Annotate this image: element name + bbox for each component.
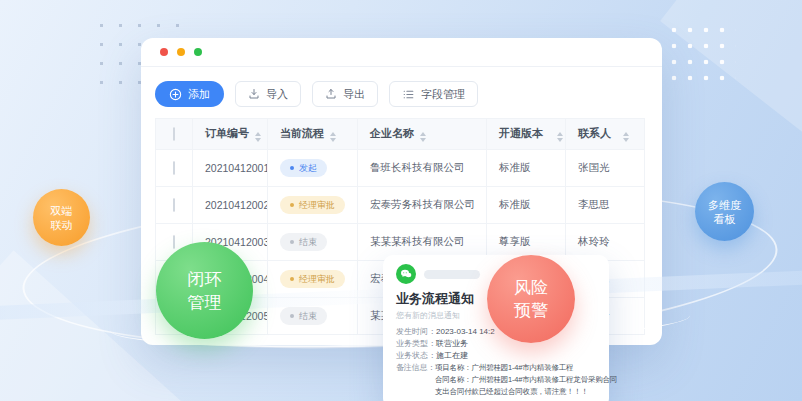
contact-cell: 张国光 — [566, 150, 645, 187]
column-header-company[interactable]: 企业名称 — [358, 119, 487, 150]
row-select-cell — [156, 187, 193, 224]
version-cell: 标准版 — [487, 150, 566, 187]
process-cell: 发起 — [268, 150, 358, 187]
status-dot-icon — [290, 166, 294, 170]
field-management-button[interactable]: 字段管理 — [389, 81, 478, 107]
status-badge: 经理审批 — [280, 196, 345, 214]
version-cell: 标准版 — [487, 187, 566, 224]
feature-badge-closed-loop: 闭环管理 — [156, 242, 253, 339]
window-titlebar — [141, 38, 662, 67]
status-badge: 结束 — [280, 233, 327, 251]
upload-icon — [325, 88, 337, 100]
order-no-cell: 20210412001 — [193, 150, 268, 187]
column-header-contact[interactable]: 联系人 — [566, 119, 645, 150]
status-dot-icon — [290, 203, 294, 207]
column-header-process[interactable]: 当前流程 — [268, 119, 358, 150]
sort-icon[interactable] — [623, 132, 629, 142]
export-button-label: 导出 — [343, 87, 365, 102]
import-button[interactable]: 导入 — [235, 81, 301, 107]
field-row: 发生时间：2023-03-14 14:2 — [396, 326, 596, 338]
column-header-version[interactable]: 开通版本 — [487, 119, 566, 150]
company-cell: 宏泰劳务科技有限公司 — [358, 187, 487, 224]
minimize-button[interactable] — [177, 48, 185, 56]
contact-cell: 李思思 — [566, 187, 645, 224]
sort-icon[interactable] — [557, 132, 563, 142]
remark-lines: 项目名称：广州碧桂园1-4#市内精装修工程 合同名称：广州碧桂园1-4#市内精装… — [435, 362, 617, 398]
export-button[interactable]: 导出 — [312, 81, 378, 107]
add-button[interactable]: 添加 — [155, 81, 224, 107]
plus-circle-icon — [169, 88, 182, 101]
company-cell: 鲁班长科技有限公司 — [358, 150, 487, 187]
import-button-label: 导入 — [266, 87, 288, 102]
process-cell: 经理审批 — [268, 187, 358, 224]
select-all-cell — [156, 119, 193, 150]
feature-badge-dual-link: 双端联动 — [33, 189, 90, 246]
add-button-label: 添加 — [188, 87, 210, 102]
download-icon — [248, 88, 260, 100]
toolbar: 添加 导入 导出 字段管理 — [141, 67, 662, 107]
row-checkbox[interactable] — [173, 235, 175, 249]
table-header-row: 订单编号 当前流程 企业名称 开通版本 联系人 — [156, 119, 645, 150]
table-row: 20210412001 发起 鲁班长科技有限公司 标准版 张国光 — [156, 150, 645, 187]
field-row: 业务类型：联营业务 — [396, 338, 596, 350]
wechat-chat-icon — [396, 264, 416, 284]
sort-icon[interactable] — [420, 132, 426, 142]
feature-badge-multidim-board: 多维度看板 — [695, 182, 754, 241]
field-row: 业务状态：施工在建 — [396, 350, 596, 362]
process-cell: 结束 — [268, 224, 358, 261]
status-badge: 发起 — [280, 159, 327, 177]
row-checkbox[interactable] — [173, 161, 175, 175]
sort-icon[interactable] — [255, 132, 261, 142]
column-header-order-no[interactable]: 订单编号 — [193, 119, 268, 150]
list-icon — [402, 88, 415, 101]
placeholder-bar — [424, 270, 480, 279]
status-badge: 经理审批 — [280, 270, 345, 288]
maximize-button[interactable] — [194, 48, 202, 56]
table-row: 20210412002 经理审批 宏泰劳务科技有限公司 标准版 李思思 — [156, 187, 645, 224]
status-dot-icon — [290, 277, 294, 281]
close-button[interactable] — [160, 48, 168, 56]
row-checkbox[interactable] — [173, 198, 175, 212]
marketing-illustration: 添加 导入 导出 字段管理 — [0, 0, 802, 401]
select-all-checkbox[interactable] — [173, 127, 175, 141]
feature-badge-risk-alert: 风险预警 — [487, 255, 575, 343]
notification-fields: 发生时间：2023-03-14 14:2 业务类型：联营业务 业务状态：施工在建… — [396, 326, 596, 398]
remark-row: 备注信息： 项目名称：广州碧桂园1-4#市内精装修工程 合同名称：广州碧桂园1-… — [396, 362, 596, 398]
status-dot-icon — [290, 240, 294, 244]
field-management-button-label: 字段管理 — [421, 87, 465, 102]
order-no-cell: 20210412002 — [193, 187, 268, 224]
dots-pattern — [666, 22, 736, 86]
sort-icon[interactable] — [330, 132, 336, 142]
row-select-cell — [156, 150, 193, 187]
